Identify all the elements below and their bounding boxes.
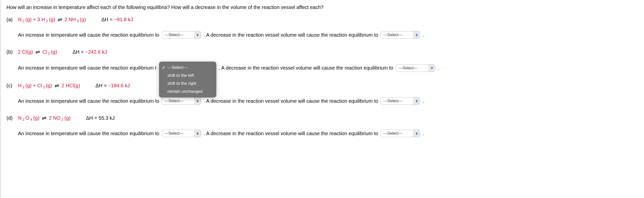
part-d: (d) N2O4(g) ⇌ 2 NO2(g) ΔH = 55.3 kJ An i… bbox=[6, 115, 638, 137]
dh-label: ΔH = bbox=[96, 83, 108, 88]
vol-sentence: . A decrease in the reaction vessel volu… bbox=[204, 32, 378, 38]
eq-text: (g) + Cl bbox=[26, 83, 42, 88]
part-c: (c) H2(g) + Cl2(g) ⇌ 2 HCl(g) ΔH = −184.… bbox=[6, 82, 638, 105]
eq-text: 2 NO bbox=[49, 115, 60, 121]
stepper-icon bbox=[413, 32, 420, 38]
select-c-temp[interactable]: ---Select--- bbox=[162, 97, 201, 105]
dropdown-option-unchanged[interactable]: remain unchanged bbox=[159, 88, 216, 96]
dh-value: 55.3 kJ bbox=[99, 115, 115, 121]
dh-value: −91.8 kJ bbox=[114, 17, 133, 22]
temp-sentence: An increase in temperature will cause th… bbox=[18, 32, 159, 38]
eq-text: (g) bbox=[51, 49, 57, 55]
dh-label: ΔH = bbox=[102, 17, 114, 22]
eq-text: H bbox=[18, 83, 22, 88]
eq-text: (g) bbox=[46, 83, 52, 88]
stepper-icon bbox=[194, 32, 201, 38]
eq-text: Cl bbox=[42, 49, 47, 55]
select-placeholder: ---Select--- bbox=[396, 66, 428, 70]
period: . bbox=[422, 131, 424, 136]
stepper-icon bbox=[194, 98, 201, 104]
temp-sentence: An increase in temperature will cause th… bbox=[18, 131, 159, 136]
eq-text: (g) bbox=[49, 17, 55, 22]
dh-value: −184.6 kJ bbox=[108, 83, 130, 88]
select-placeholder: ---Select--- bbox=[162, 131, 194, 136]
eq-text: N bbox=[18, 17, 22, 22]
period: . bbox=[422, 32, 424, 38]
equilibrium-arrow-icon: ⇌ bbox=[42, 115, 46, 122]
part-a: (a) N2(g) + 3 H2(g) ⇌ 2 NH3(g) ΔH = −91.… bbox=[6, 16, 638, 39]
eq-sub: 2 bbox=[43, 85, 45, 89]
part-label-a: (a) bbox=[6, 17, 16, 22]
eq-sub: 4 bbox=[30, 118, 32, 122]
stepper-icon bbox=[413, 130, 420, 137]
part-label-d: (d) bbox=[6, 115, 16, 121]
stepper-icon bbox=[428, 64, 435, 72]
equilibrium-arrow-icon: ⇌ bbox=[54, 82, 59, 89]
select-placeholder: ---Select--- bbox=[162, 99, 194, 103]
dh-label: ΔH = bbox=[86, 115, 99, 121]
select-a-temp[interactable]: ---Select--- bbox=[162, 31, 201, 39]
delta-h-c: ΔH = −184.6 kJ bbox=[96, 83, 130, 88]
dropdown-option-right[interactable]: shift to the right bbox=[159, 80, 216, 88]
eq-text: (g) + 3 H bbox=[26, 17, 45, 22]
dh-value: −242.6 kJ bbox=[85, 49, 107, 54]
delta-h-b: ΔH = −242.6 kJ bbox=[72, 49, 107, 55]
dh-label: ΔH = bbox=[72, 49, 85, 54]
equilibrium-arrow-icon: ⇌ bbox=[36, 49, 40, 55]
eq-text: N bbox=[18, 115, 22, 121]
temp-sentence: An increase in temperature will cause th… bbox=[18, 98, 159, 104]
vol-sentence: . A decrease in the reaction vessel volu… bbox=[219, 65, 393, 71]
temp-sentence-truncated: An increase in temperature will cause th… bbox=[18, 65, 156, 71]
dropdown-menu[interactable]: ---Select--- shift to the left shift to … bbox=[159, 62, 216, 98]
dropdown-option-left[interactable]: shift to the left bbox=[159, 72, 216, 80]
vol-sentence: . A decrease in the reaction vessel volu… bbox=[204, 98, 378, 104]
eq-sub: 2 bbox=[22, 19, 24, 23]
part-label-c: (c) bbox=[6, 83, 16, 88]
eq-text: (g) bbox=[80, 17, 86, 22]
delta-h-d: ΔH = 55.3 kJ bbox=[86, 115, 115, 121]
select-c-vol[interactable]: ---Select--- bbox=[380, 97, 420, 105]
eq-text: (g) bbox=[34, 115, 40, 121]
stepper-icon bbox=[413, 98, 420, 104]
select-placeholder: ---Select--- bbox=[381, 99, 413, 103]
part-b: (b) 2 Cl(g) ⇌ Cl2(g) ΔH = −242.6 kJ An i… bbox=[6, 49, 638, 72]
select-d-temp[interactable]: ---Select--- bbox=[162, 130, 201, 137]
dropdown-option-placeholder[interactable]: ---Select--- bbox=[159, 64, 216, 72]
select-placeholder: ---Select--- bbox=[381, 33, 413, 37]
select-b-vol[interactable]: ---Select--- bbox=[396, 64, 435, 72]
equation-c: H2(g) + Cl2(g) ⇌ 2 HCl(g) bbox=[18, 82, 80, 89]
eq-text: O bbox=[26, 115, 30, 121]
period: . bbox=[422, 98, 424, 104]
select-b-temp-wrap: ---Select--- shift to the left shift to … bbox=[159, 64, 216, 72]
eq-text: 2 Cl(g) bbox=[18, 49, 33, 55]
delta-h-a: ΔH = −91.8 kJ bbox=[102, 17, 133, 22]
eq-text: (g) bbox=[64, 115, 70, 121]
eq-sub: 2 bbox=[46, 19, 48, 23]
eq-sub: 2 bbox=[48, 51, 50, 55]
select-placeholder: ---Select--- bbox=[381, 131, 413, 136]
vol-sentence: . A decrease in the reaction vessel volu… bbox=[204, 131, 378, 136]
equation-a: N2(g) + 3 H2(g) ⇌ 2 NH3(g) bbox=[18, 16, 86, 23]
eq-sub: 2 bbox=[22, 118, 24, 122]
eq-text: 2 NH bbox=[64, 17, 76, 22]
equation-d: N2O4(g) ⇌ 2 NO2(g) bbox=[18, 115, 70, 121]
eq-text: 2 HCl(g) bbox=[62, 83, 80, 88]
eq-sub: 2 bbox=[22, 85, 24, 89]
question-intro: How will an increase in temperature affe… bbox=[6, 4, 638, 10]
equation-b: 2 Cl(g) ⇌ Cl2(g) bbox=[18, 49, 57, 55]
select-placeholder: ---Select--- bbox=[162, 33, 194, 37]
eq-sub: 2 bbox=[62, 118, 64, 122]
stepper-icon bbox=[194, 130, 201, 137]
part-label-b: (b) bbox=[6, 49, 16, 55]
select-a-vol[interactable]: ---Select--- bbox=[380, 31, 420, 39]
select-d-vol[interactable]: ---Select--- bbox=[380, 130, 420, 137]
equilibrium-arrow-icon: ⇌ bbox=[58, 16, 62, 23]
period: . bbox=[438, 65, 439, 71]
eq-sub: 3 bbox=[77, 19, 79, 23]
